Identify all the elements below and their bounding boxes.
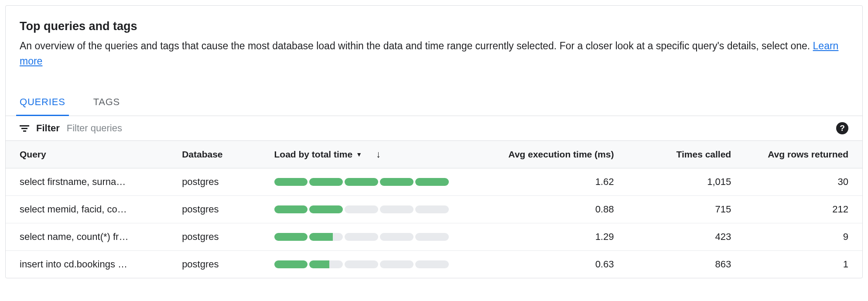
cell-avg-rows: 212: [745, 196, 862, 223]
cell-avg-rows: 1: [745, 251, 862, 278]
col-header-load-label: Load by total time: [274, 149, 353, 160]
filter-label: Filter: [36, 123, 60, 134]
col-header-avg-exec[interactable]: Avg execution time (ms): [475, 141, 628, 168]
load-bar: [274, 205, 449, 213]
table-row[interactable]: select memid, facid, co…postgres0.887152…: [6, 196, 862, 223]
col-header-times-called[interactable]: Times called: [628, 141, 745, 168]
cell-avg-exec: 0.88: [475, 196, 628, 223]
load-segment: [380, 178, 413, 186]
load-segment: [380, 233, 413, 241]
cell-query: select name, count(*) fr…: [6, 223, 168, 251]
cell-database: postgres: [168, 168, 267, 196]
load-segment: [274, 205, 308, 213]
load-segment: [345, 178, 378, 186]
cell-load: [267, 168, 475, 196]
description-text: An overview of the queries and tags that…: [20, 40, 813, 51]
load-segment: [380, 260, 413, 268]
panel-header: Top queries and tags An overview of the …: [6, 6, 862, 79]
load-segment: [274, 233, 308, 241]
tabs-bar: QUERIES TAGS: [6, 89, 862, 116]
sort-direction-icon: ↓: [376, 149, 381, 160]
cell-avg-exec: 1.29: [475, 223, 628, 251]
load-segment: [309, 205, 343, 213]
cell-avg-rows: 30: [745, 168, 862, 196]
filter-icon: [20, 125, 29, 132]
col-header-database[interactable]: Database: [168, 141, 267, 168]
tab-queries[interactable]: QUERIES: [16, 89, 69, 116]
load-segment: [309, 260, 343, 268]
load-segment: [415, 233, 449, 241]
cell-avg-exec: 0.63: [475, 251, 628, 278]
cell-times-called: 1,015: [628, 168, 745, 196]
cell-load: [267, 251, 475, 278]
table-row[interactable]: select name, count(*) fr…postgres1.29423…: [6, 223, 862, 251]
sort-caret-icon: ▼: [356, 151, 362, 158]
table-row[interactable]: select firstname, surna…postgres1.621,01…: [6, 168, 862, 196]
load-segment: [274, 260, 308, 268]
top-queries-panel: Top queries and tags An overview of the …: [5, 5, 863, 278]
cell-times-called: 423: [628, 223, 745, 251]
load-segment: [415, 260, 449, 268]
cell-load: [267, 223, 475, 251]
help-icon[interactable]: ?: [836, 122, 848, 134]
cell-times-called: 863: [628, 251, 745, 278]
filter-input[interactable]: [67, 123, 829, 134]
panel-title: Top queries and tags: [20, 20, 848, 33]
cell-times-called: 715: [628, 196, 745, 223]
col-header-avg-rows[interactable]: Avg rows returned: [745, 141, 862, 168]
load-segment: [415, 178, 449, 186]
load-segment: [274, 178, 308, 186]
load-segment: [309, 178, 343, 186]
load-bar: [274, 178, 449, 186]
load-segment: [345, 233, 378, 241]
cell-database: postgres: [168, 223, 267, 251]
table-header-row: Query Database Load by total time ▼ ↓ Av…: [6, 141, 862, 168]
cell-database: postgres: [168, 196, 267, 223]
cell-load: [267, 196, 475, 223]
queries-table: Query Database Load by total time ▼ ↓ Av…: [6, 141, 862, 278]
load-bar: [274, 260, 449, 268]
col-header-load[interactable]: Load by total time ▼ ↓: [267, 141, 475, 168]
cell-query: insert into cd.bookings …: [6, 251, 168, 278]
filter-bar: Filter ?: [6, 116, 862, 141]
load-segment: [415, 205, 449, 213]
load-bar: [274, 233, 449, 241]
col-header-query[interactable]: Query: [6, 141, 168, 168]
cell-query: select memid, facid, co…: [6, 196, 168, 223]
panel-description: An overview of the queries and tags that…: [20, 38, 848, 68]
cell-database: postgres: [168, 251, 267, 278]
cell-query: select firstname, surna…: [6, 168, 168, 196]
tab-tags[interactable]: TAGS: [90, 89, 123, 116]
cell-avg-rows: 9: [745, 223, 862, 251]
load-segment: [345, 260, 378, 268]
table-row[interactable]: insert into cd.bookings …postgres0.63863…: [6, 251, 862, 278]
cell-avg-exec: 1.62: [475, 168, 628, 196]
load-segment: [345, 205, 378, 213]
load-segment: [380, 205, 413, 213]
load-segment: [309, 233, 343, 241]
